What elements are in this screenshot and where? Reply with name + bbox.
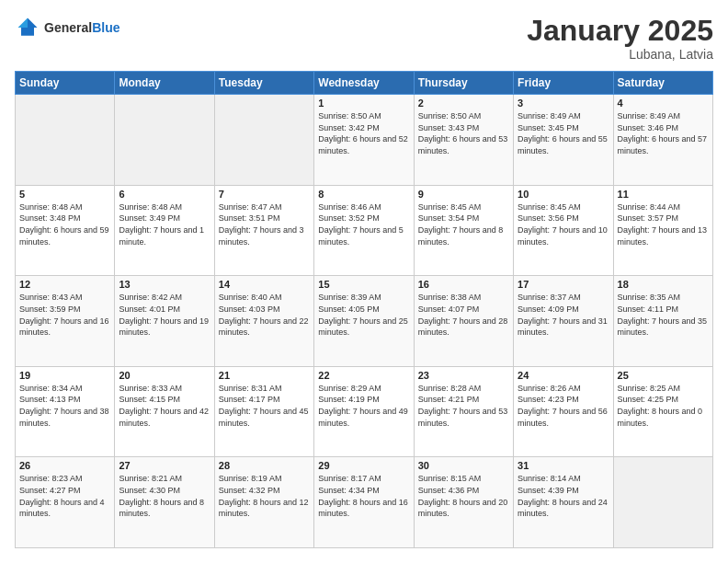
logo-blue: Blue — [92, 20, 119, 35]
day-info: Sunrise: 8:14 AM Sunset: 4:39 PM Dayligh… — [518, 473, 609, 519]
table-row: 10Sunrise: 8:45 AM Sunset: 3:56 PM Dayli… — [514, 185, 613, 276]
day-info: Sunrise: 8:45 AM Sunset: 3:56 PM Dayligh… — [518, 201, 609, 247]
header-saturday: Saturday — [613, 72, 712, 95]
day-number: 6 — [119, 189, 210, 200]
logo: GeneralBlue — [15, 15, 119, 40]
table-row: 22Sunrise: 8:29 AM Sunset: 4:19 PM Dayli… — [314, 366, 414, 457]
svg-marker-0 — [28, 18, 38, 29]
day-info: Sunrise: 8:23 AM Sunset: 4:27 PM Dayligh… — [19, 473, 110, 519]
day-number: 8 — [318, 189, 409, 200]
header-wednesday: Wednesday — [314, 72, 414, 95]
header-sunday: Sunday — [16, 72, 115, 95]
table-row: 26Sunrise: 8:23 AM Sunset: 4:27 PM Dayli… — [16, 457, 115, 548]
table-row: 30Sunrise: 8:15 AM Sunset: 4:36 PM Dayli… — [414, 457, 513, 548]
day-info: Sunrise: 8:29 AM Sunset: 4:19 PM Dayligh… — [318, 383, 409, 429]
table-row: 5Sunrise: 8:48 AM Sunset: 3:48 PM Daylig… — [16, 185, 115, 276]
day-info: Sunrise: 8:40 AM Sunset: 4:03 PM Dayligh… — [219, 292, 310, 338]
table-row: 20Sunrise: 8:33 AM Sunset: 4:15 PM Dayli… — [115, 366, 214, 457]
week-row-3: 19Sunrise: 8:34 AM Sunset: 4:13 PM Dayli… — [16, 366, 713, 457]
day-info: Sunrise: 8:31 AM Sunset: 4:17 PM Dayligh… — [219, 383, 310, 429]
day-number: 9 — [418, 189, 509, 200]
day-info: Sunrise: 8:49 AM Sunset: 3:45 PM Dayligh… — [518, 110, 609, 156]
header-thursday: Thursday — [414, 72, 513, 95]
day-number: 5 — [19, 189, 110, 200]
day-number: 15 — [318, 279, 409, 290]
day-number: 29 — [318, 460, 409, 471]
logo-text: GeneralBlue — [44, 20, 119, 35]
day-number: 4 — [618, 98, 709, 109]
day-info: Sunrise: 8:17 AM Sunset: 4:34 PM Dayligh… — [318, 473, 409, 519]
table-row: 6Sunrise: 8:48 AM Sunset: 3:49 PM Daylig… — [115, 185, 214, 276]
table-row: 18Sunrise: 8:35 AM Sunset: 4:11 PM Dayli… — [613, 276, 712, 367]
day-number: 30 — [418, 460, 509, 471]
day-info: Sunrise: 8:48 AM Sunset: 3:49 PM Dayligh… — [119, 201, 210, 247]
table-row: 12Sunrise: 8:43 AM Sunset: 3:59 PM Dayli… — [16, 276, 115, 367]
day-number: 14 — [219, 279, 310, 290]
header-friday: Friday — [514, 72, 613, 95]
day-number: 11 — [618, 189, 709, 200]
day-number: 17 — [518, 279, 609, 290]
logo-icon — [15, 15, 40, 40]
day-number: 7 — [219, 189, 310, 200]
day-number: 28 — [219, 460, 310, 471]
table-row: 15Sunrise: 8:39 AM Sunset: 4:05 PM Dayli… — [314, 276, 414, 367]
table-row: 16Sunrise: 8:38 AM Sunset: 4:07 PM Dayli… — [414, 276, 513, 367]
day-info: Sunrise: 8:15 AM Sunset: 4:36 PM Dayligh… — [418, 473, 509, 519]
week-row-2: 12Sunrise: 8:43 AM Sunset: 3:59 PM Dayli… — [16, 276, 713, 367]
table-row — [115, 95, 214, 186]
table-row — [613, 457, 712, 548]
day-info: Sunrise: 8:19 AM Sunset: 4:32 PM Dayligh… — [219, 473, 310, 519]
day-info: Sunrise: 8:49 AM Sunset: 3:46 PM Dayligh… — [618, 110, 709, 156]
day-number: 10 — [518, 189, 609, 200]
table-row: 29Sunrise: 8:17 AM Sunset: 4:34 PM Dayli… — [314, 457, 414, 548]
header-tuesday: Tuesday — [214, 72, 313, 95]
day-number: 13 — [119, 279, 210, 290]
day-info: Sunrise: 8:46 AM Sunset: 3:52 PM Dayligh… — [318, 201, 409, 247]
header: GeneralBlue January 2025 Lubana, Latvia — [15, 15, 713, 62]
day-number: 31 — [518, 460, 609, 471]
table-row: 31Sunrise: 8:14 AM Sunset: 4:39 PM Dayli… — [514, 457, 613, 548]
table-row: 13Sunrise: 8:42 AM Sunset: 4:01 PM Dayli… — [115, 276, 214, 367]
day-info: Sunrise: 8:48 AM Sunset: 3:48 PM Dayligh… — [19, 201, 110, 247]
table-row: 17Sunrise: 8:37 AM Sunset: 4:09 PM Dayli… — [514, 276, 613, 367]
month-title: January 2025 — [527, 15, 713, 47]
page: GeneralBlue January 2025 Lubana, Latvia … — [0, 0, 728, 563]
calendar-table: Sunday Monday Tuesday Wednesday Thursday… — [15, 71, 713, 548]
table-row — [214, 95, 313, 186]
svg-rect-2 — [21, 28, 34, 36]
day-number: 12 — [19, 279, 110, 290]
location: Lubana, Latvia — [527, 47, 713, 62]
day-number: 2 — [418, 98, 509, 109]
table-row: 25Sunrise: 8:25 AM Sunset: 4:25 PM Dayli… — [613, 366, 712, 457]
table-row — [16, 95, 115, 186]
table-row: 23Sunrise: 8:28 AM Sunset: 4:21 PM Dayli… — [414, 366, 513, 457]
table-row: 2Sunrise: 8:50 AM Sunset: 3:43 PM Daylig… — [414, 95, 513, 186]
week-row-0: 1Sunrise: 8:50 AM Sunset: 3:42 PM Daylig… — [16, 95, 713, 186]
week-row-1: 5Sunrise: 8:48 AM Sunset: 3:48 PM Daylig… — [16, 185, 713, 276]
table-row: 1Sunrise: 8:50 AM Sunset: 3:42 PM Daylig… — [314, 95, 414, 186]
day-number: 21 — [219, 370, 310, 381]
day-info: Sunrise: 8:47 AM Sunset: 3:51 PM Dayligh… — [219, 201, 310, 247]
day-info: Sunrise: 8:26 AM Sunset: 4:23 PM Dayligh… — [518, 383, 609, 429]
day-number: 26 — [19, 460, 110, 471]
day-number: 22 — [318, 370, 409, 381]
day-info: Sunrise: 8:44 AM Sunset: 3:57 PM Dayligh… — [618, 201, 709, 247]
calendar-header-row: Sunday Monday Tuesday Wednesday Thursday… — [16, 72, 713, 95]
table-row: 14Sunrise: 8:40 AM Sunset: 4:03 PM Dayli… — [214, 276, 313, 367]
day-info: Sunrise: 8:39 AM Sunset: 4:05 PM Dayligh… — [318, 292, 409, 338]
day-info: Sunrise: 8:25 AM Sunset: 4:25 PM Dayligh… — [618, 383, 709, 429]
day-info: Sunrise: 8:45 AM Sunset: 3:54 PM Dayligh… — [418, 201, 509, 247]
table-row: 11Sunrise: 8:44 AM Sunset: 3:57 PM Dayli… — [613, 185, 712, 276]
day-info: Sunrise: 8:21 AM Sunset: 4:30 PM Dayligh… — [119, 473, 210, 519]
day-info: Sunrise: 8:43 AM Sunset: 3:59 PM Dayligh… — [19, 292, 110, 338]
day-number: 27 — [119, 460, 210, 471]
table-row: 3Sunrise: 8:49 AM Sunset: 3:45 PM Daylig… — [514, 95, 613, 186]
table-row: 8Sunrise: 8:46 AM Sunset: 3:52 PM Daylig… — [314, 185, 414, 276]
day-number: 24 — [518, 370, 609, 381]
day-number: 18 — [618, 279, 709, 290]
day-number: 23 — [418, 370, 509, 381]
day-number: 19 — [19, 370, 110, 381]
day-number: 1 — [318, 98, 409, 109]
table-row: 28Sunrise: 8:19 AM Sunset: 4:32 PM Dayli… — [214, 457, 313, 548]
logo-general: General — [44, 20, 92, 35]
